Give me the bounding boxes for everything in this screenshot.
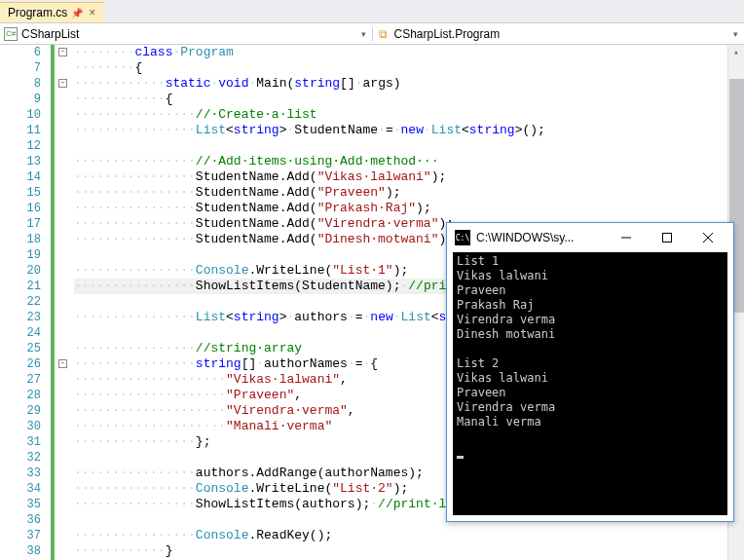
- nav-scope-namespace[interactable]: C# CSharpList ▾: [0, 27, 373, 41]
- nav-scope-class[interactable]: ⧉ CSharpList.Program ▾: [373, 27, 745, 41]
- code-line[interactable]: ················//·Create·a·list: [74, 107, 744, 123]
- code-line[interactable]: ················List<string>·StudentName…: [74, 123, 744, 138]
- csharp-icon: C#: [4, 27, 18, 41]
- code-line[interactable]: ········{: [74, 60, 744, 76]
- fold-toggle-icon[interactable]: -: [58, 79, 67, 88]
- code-line[interactable]: ············{: [74, 92, 744, 107]
- struct-icon: ⧉: [377, 27, 391, 41]
- maximize-button[interactable]: [650, 224, 685, 251]
- code-line[interactable]: ················//·Add·items·using·Add·m…: [74, 154, 744, 169]
- fold-toggle-icon[interactable]: -: [58, 48, 67, 56]
- code-line[interactable]: ············}: [74, 543, 744, 559]
- code-line[interactable]: [74, 138, 744, 154]
- scroll-up-icon[interactable]: ▴: [728, 45, 744, 61]
- cmd-icon: C:\: [455, 230, 470, 245]
- chevron-down-icon[interactable]: ▾: [361, 29, 366, 39]
- code-line[interactable]: ········class·Program: [74, 45, 744, 60]
- code-line[interactable]: ················StudentName.Add("Prakash…: [74, 201, 744, 216]
- console-title-text: C:\WINDOWS\sy...: [476, 231, 574, 244]
- nav-namespace-label: CSharpList: [21, 27, 79, 41]
- tab-filename: Program.cs: [8, 6, 67, 19]
- close-button[interactable]: [690, 224, 725, 251]
- console-titlebar[interactable]: C:\ C:\WINDOWS\sy...: [447, 223, 733, 252]
- code-line[interactable]: ············static·void·Main(string[]·ar…: [74, 76, 744, 92]
- chevron-down-icon[interactable]: ▾: [733, 29, 738, 39]
- tab-close-icon[interactable]: ×: [89, 6, 95, 19]
- line-number-gutter: 6789101112131415161718192021222324252627…: [0, 45, 55, 560]
- code-line[interactable]: ················StudentName.Add("Vikas·l…: [74, 169, 744, 185]
- fold-toggle-icon[interactable]: -: [58, 359, 67, 368]
- file-tab[interactable]: Program.cs 📌 ×: [0, 2, 103, 22]
- console-cursor: [457, 456, 464, 459]
- minimize-button[interactable]: [609, 224, 644, 251]
- pin-icon[interactable]: 📌: [71, 8, 83, 19]
- console-window[interactable]: C:\ C:\WINDOWS\sy... List 1 Vikas lalwan…: [446, 222, 734, 522]
- svg-rect-1: [663, 234, 672, 243]
- nav-class-label: CSharpList.Program: [394, 27, 501, 41]
- nav-bar: C# CSharpList ▾ ⧉ CSharpList.Program ▾: [0, 23, 744, 45]
- console-output: List 1 Vikas lalwani Praveen Prakash Raj…: [453, 252, 727, 515]
- code-line[interactable]: ················Console.ReadKey();: [74, 528, 744, 543]
- code-line[interactable]: ················StudentName.Add("Praveen…: [74, 185, 744, 201]
- tab-bar: Program.cs 📌 ×: [0, 0, 744, 23]
